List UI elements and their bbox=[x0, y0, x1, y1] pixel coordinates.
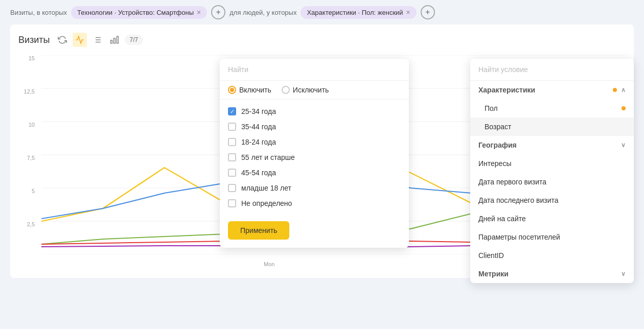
add-segment-btn-2[interactable]: + bbox=[421, 5, 435, 19]
checkbox-box[interactable] bbox=[228, 199, 236, 207]
filter-tag-3[interactable]: Характеристики · Пол: женский × bbox=[301, 6, 416, 19]
compare-btn[interactable] bbox=[90, 33, 104, 47]
main-container: Визиты, в которых Технологии · Устройств… bbox=[0, 0, 644, 329]
chevron-icon: ∨ bbox=[621, 142, 626, 149]
right-search bbox=[470, 59, 634, 81]
segment-badge: 7/7 bbox=[125, 35, 144, 45]
checkbox-box[interactable] bbox=[228, 184, 236, 192]
filter-bar: Визиты, в которых Технологии · Устройств… bbox=[0, 0, 644, 25]
filter-tag-1-close[interactable]: × bbox=[197, 9, 201, 16]
right-list-item[interactable]: Интересы bbox=[470, 154, 634, 173]
checkbox-item[interactable]: 55 лет и старше bbox=[228, 150, 401, 165]
chevron-icon: ∨ bbox=[621, 270, 626, 277]
include-option[interactable]: Включить bbox=[228, 86, 271, 94]
checkbox-item[interactable]: младше 18 лет bbox=[228, 180, 401, 196]
right-list: Характеристики∧ПолВозрастГеография∨Интер… bbox=[470, 81, 634, 283]
right-dropdown: Характеристики∧ПолВозрастГеография∨Интер… bbox=[470, 59, 634, 283]
checkbox-box[interactable] bbox=[228, 153, 236, 161]
dot-indicator bbox=[622, 106, 626, 110]
checkbox-box[interactable] bbox=[228, 107, 236, 115]
checkbox-item[interactable]: 35-44 года bbox=[228, 119, 401, 134]
checkbox-list: 25-34 года35-44 года18-24 года55 лет и с… bbox=[220, 100, 409, 215]
checkbox-item[interactable]: 18-24 года bbox=[228, 134, 401, 150]
right-list-item[interactable]: Возраст bbox=[470, 118, 634, 136]
right-list-item[interactable]: Пол bbox=[470, 99, 634, 118]
right-list-item[interactable]: География∨ bbox=[470, 136, 634, 154]
right-list-item[interactable]: ClientID bbox=[470, 246, 634, 265]
right-search-input[interactable] bbox=[478, 65, 626, 74]
refresh-btn[interactable] bbox=[55, 33, 70, 47]
dropdown-search bbox=[220, 59, 409, 81]
checkbox-item[interactable]: Не определено bbox=[228, 196, 401, 211]
filter-tag-1[interactable]: Технологии · Устройство: Смартфоны × bbox=[71, 6, 207, 19]
filter-tag-3-close[interactable]: × bbox=[406, 9, 410, 16]
apply-button[interactable]: Применить bbox=[228, 221, 289, 240]
search-input[interactable] bbox=[228, 65, 401, 74]
chart-toolbar: 7/7 bbox=[55, 33, 144, 47]
bar-chart-btn[interactable] bbox=[107, 33, 122, 47]
dot-indicator bbox=[613, 88, 617, 92]
x-label-mon: Mon bbox=[264, 261, 274, 267]
include-radio[interactable] bbox=[228, 86, 236, 94]
svg-rect-8 bbox=[110, 40, 112, 43]
right-list-item[interactable]: Характеристики∧ bbox=[470, 81, 634, 99]
filter-label: Визиты, в которых bbox=[10, 9, 67, 16]
filter-label-2: для людей, у которых bbox=[229, 9, 296, 16]
exclude-option[interactable]: Исключить bbox=[282, 86, 329, 94]
checkbox-box[interactable] bbox=[228, 138, 236, 146]
chevron-icon: ∧ bbox=[621, 86, 626, 93]
chart-title: Визиты bbox=[18, 35, 50, 45]
filter-tag-3-label: Характеристики · Пол: женский bbox=[307, 9, 403, 16]
checkbox-box[interactable] bbox=[228, 123, 236, 131]
exclude-radio[interactable] bbox=[282, 86, 290, 94]
svg-rect-7 bbox=[113, 38, 115, 43]
chart-header: Визиты 7/7 bbox=[18, 33, 626, 47]
checkbox-item[interactable]: 45-54 года bbox=[228, 165, 401, 180]
filter-tag-1-label: Технологии · Устройство: Смартфоны bbox=[77, 9, 194, 16]
right-list-item[interactable]: Дата последнего визита bbox=[470, 191, 634, 209]
include-exclude-row: Включить Исключить bbox=[220, 81, 409, 100]
right-list-item[interactable]: Дней на сайте bbox=[470, 209, 634, 228]
checkbox-box[interactable] bbox=[228, 169, 236, 177]
right-list-item[interactable]: Параметры посетителей bbox=[470, 228, 634, 246]
right-list-item[interactable]: Метрики∨ bbox=[470, 265, 634, 283]
add-segment-btn-1[interactable]: + bbox=[211, 5, 225, 19]
checkbox-item[interactable]: 25-34 года bbox=[228, 104, 401, 119]
line-chart-btn[interactable] bbox=[73, 33, 87, 47]
right-list-item[interactable]: Дата первого визита bbox=[470, 173, 634, 191]
svg-rect-6 bbox=[117, 36, 118, 43]
left-dropdown: Включить Исключить 25-34 года35-44 года1… bbox=[220, 59, 409, 248]
y-axis: 15 12,5 10 7,5 5 2,5 bbox=[18, 55, 39, 254]
